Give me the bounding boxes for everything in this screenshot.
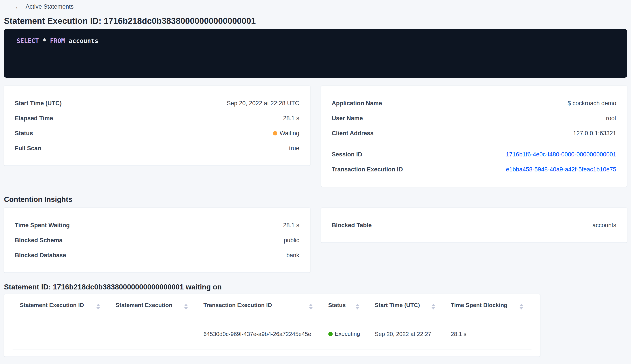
- sql-star-operator: *: [39, 37, 50, 44]
- column-label-statement-execution: Statement Execution: [116, 302, 172, 311]
- column-header-time-spent-blocking[interactable]: Time Spent Blocking: [444, 294, 532, 319]
- start-time-row: Start Time (UTC) Sep 20, 2022 at 22:28 U…: [15, 96, 300, 111]
- overview-cards-row: Start Time (UTC) Sep 20, 2022 at 22:28 U…: [4, 86, 627, 187]
- user-name-label: User Name: [332, 115, 363, 122]
- sort-desc-icon: [309, 307, 313, 310]
- sort-desc-icon: [356, 307, 359, 310]
- column-label-statement-execution-id: Statement Execution ID: [20, 302, 84, 311]
- sort-asc-icon: [96, 304, 100, 306]
- elapsed-time-label: Elapsed Time: [15, 115, 53, 122]
- statement-execution-details-page: ← Active Statements Statement Execution …: [0, 0, 631, 364]
- blocked-table-label: Blocked Table: [332, 222, 372, 229]
- sql-keyword-from: FROM: [50, 37, 65, 44]
- full-scan-row: Full Scan true: [15, 141, 300, 156]
- cell-status: Executing: [321, 319, 368, 349]
- table-header-row: Statement Execution ID Statement Executi…: [12, 294, 532, 319]
- cell-statement-execution-id: [12, 319, 108, 349]
- session-details-card: Application Name $ cockroach demo User N…: [321, 86, 627, 187]
- cell-start-time: Sep 20, 2022 at 22:27: [368, 319, 444, 349]
- sql-keyword-select: SELECT: [16, 37, 39, 44]
- user-name-value: root: [606, 115, 616, 122]
- sort-icon[interactable]: [520, 304, 523, 310]
- sort-asc-icon: [309, 304, 313, 306]
- blocked-table-card: Blocked Table accounts: [321, 208, 627, 243]
- waiting-statements-table-card: Statement Execution ID Statement Executi…: [4, 294, 540, 357]
- full-scan-value: true: [289, 145, 300, 152]
- session-id-link[interactable]: 1716b1f6-4e0c-f480-0000-000000000001: [506, 151, 616, 158]
- column-label-status: Status: [328, 302, 346, 311]
- status-row: Status Waiting: [15, 126, 300, 141]
- contention-cards-row: Time Spent Waiting 28.1 s Blocked Schema…: [4, 208, 627, 273]
- column-header-statement-execution[interactable]: Statement Execution: [108, 294, 196, 319]
- full-scan-label: Full Scan: [15, 145, 41, 152]
- sort-desc-icon: [184, 307, 188, 310]
- sql-table-name: accounts: [65, 37, 98, 44]
- sort-desc-icon: [96, 307, 100, 310]
- back-arrow-icon[interactable]: ←: [14, 3, 22, 10]
- sort-desc-icon: [432, 307, 435, 310]
- sort-icon[interactable]: [309, 304, 313, 310]
- start-time-label: Start Time (UTC): [15, 100, 62, 107]
- status-label: Status: [15, 130, 33, 137]
- start-time-value: Sep 20, 2022 at 22:28 UTC: [227, 100, 300, 107]
- table-row: 64530d0c-969f-437e-a9b4-26a72245e45e Exe…: [12, 319, 532, 349]
- sort-asc-icon: [184, 304, 188, 306]
- cell-transaction-execution-id: 64530d0c-969f-437e-a9b4-26a72245e45e: [196, 319, 321, 349]
- waiting-on-heading: Statement ID: 1716b218dc0b38380000000000…: [4, 282, 627, 292]
- sort-asc-icon: [520, 304, 523, 306]
- card-divider: [332, 144, 616, 144]
- client-address-label: Client Address: [332, 130, 374, 137]
- column-header-start-time[interactable]: Start Time (UTC): [368, 294, 444, 319]
- blocked-schema-value: public: [284, 237, 300, 244]
- time-spent-waiting-row: Time Spent Waiting 28.1 s: [15, 218, 300, 233]
- blocked-schema-row: Blocked Schema public: [15, 233, 300, 248]
- elapsed-time-row: Elapsed Time 28.1 s: [15, 111, 300, 126]
- waiting-status-dot-icon: [273, 131, 277, 136]
- blocked-schema-label: Blocked Schema: [15, 237, 62, 244]
- column-header-statement-execution-id[interactable]: Statement Execution ID: [12, 294, 108, 319]
- sort-icon[interactable]: [184, 304, 188, 310]
- sort-icon[interactable]: [432, 304, 435, 310]
- application-name-label: Application Name: [332, 100, 382, 107]
- user-name-row: User Name root: [332, 111, 616, 126]
- application-name-row: Application Name $ cockroach demo: [332, 96, 616, 111]
- sql-statement-box: SELECT * FROM accounts: [4, 29, 627, 78]
- status-text: Waiting: [280, 130, 299, 137]
- column-label-transaction-execution-id: Transaction Execution ID: [204, 302, 272, 311]
- column-header-transaction-execution-id[interactable]: Transaction Execution ID: [196, 294, 321, 319]
- transaction-execution-id-row: Transaction Execution ID e1bba458-5948-4…: [332, 162, 616, 177]
- session-id-label: Session ID: [332, 151, 362, 158]
- execution-overview-card: Start Time (UTC) Sep 20, 2022 at 22:28 U…: [4, 86, 310, 166]
- client-address-value: 127.0.0.1:63321: [573, 130, 616, 137]
- sort-asc-icon: [432, 304, 435, 306]
- client-address-row: Client Address 127.0.0.1:63321: [332, 126, 616, 141]
- blocked-database-value: bank: [286, 252, 300, 259]
- column-label-time-spent-blocking: Time Spent Blocking: [451, 302, 508, 311]
- waiting-statements-table: Statement Execution ID Statement Executi…: [12, 294, 532, 350]
- sort-asc-icon: [356, 304, 359, 306]
- transaction-execution-id-link[interactable]: e1bba458-5948-40a9-a42f-5feac1b10e75: [506, 166, 616, 173]
- sort-desc-icon: [520, 307, 523, 310]
- contention-waiting-card: Time Spent Waiting 28.1 s Blocked Schema…: [4, 208, 310, 273]
- blocked-table-row: Blocked Table accounts: [332, 218, 616, 233]
- back-link-label: Active Statements: [26, 3, 74, 10]
- contention-insights-heading: Contention Insights: [4, 195, 627, 204]
- back-link[interactable]: ← Active Statements: [14, 3, 74, 10]
- time-spent-waiting-value: 28.1 s: [283, 222, 300, 229]
- sort-icon[interactable]: [356, 304, 359, 310]
- executing-status-text: Executing: [335, 330, 360, 337]
- session-id-row: Session ID 1716b1f6-4e0c-f480-0000-00000…: [332, 147, 616, 162]
- transaction-execution-id-label: Transaction Execution ID: [332, 166, 403, 173]
- time-spent-waiting-label: Time Spent Waiting: [15, 222, 70, 229]
- executing-status-dot-icon: [328, 332, 333, 336]
- cell-statement-execution: [108, 319, 196, 349]
- application-name-value: $ cockroach demo: [568, 100, 616, 107]
- status-value: Waiting: [273, 130, 299, 137]
- page-title: Statement Execution ID: 1716b218dc0b3838…: [4, 16, 627, 26]
- sort-icon[interactable]: [96, 304, 100, 310]
- elapsed-time-value: 28.1 s: [283, 115, 300, 122]
- column-label-start-time: Start Time (UTC): [375, 302, 420, 311]
- cell-time-spent-blocking: 28.1 s: [444, 319, 532, 349]
- column-header-status[interactable]: Status: [321, 294, 368, 319]
- blocked-database-label: Blocked Database: [15, 252, 66, 259]
